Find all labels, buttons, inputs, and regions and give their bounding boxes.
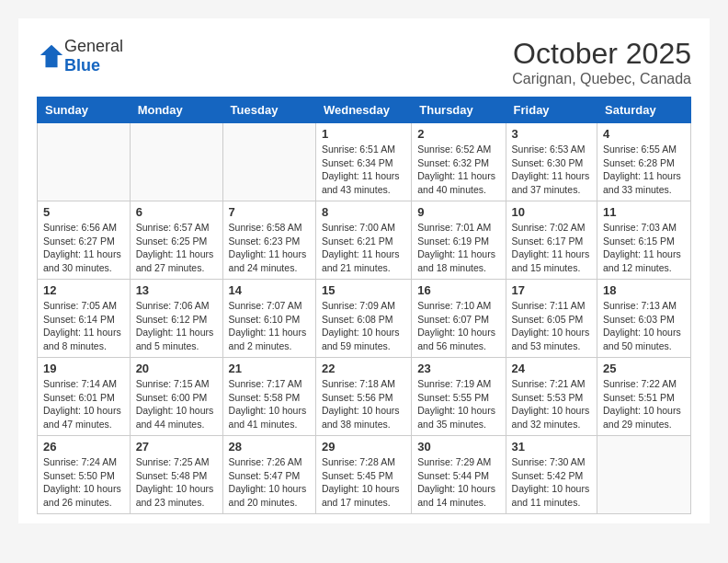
col-wednesday: Wednesday (315, 98, 411, 123)
logo-icon (39, 43, 64, 69)
day-info: Sunrise: 7:10 AM Sunset: 6:07 PM Dayligh… (417, 299, 499, 353)
day-cell-w2-d2: 6Sunrise: 6:57 AM Sunset: 6:25 PM Daylig… (130, 201, 222, 280)
day-number: 11 (603, 205, 685, 219)
day-info: Sunrise: 7:29 AM Sunset: 5:44 PM Dayligh… (417, 455, 499, 510)
day-info: Sunrise: 7:13 AM Sunset: 6:03 PM Dayligh… (603, 299, 685, 353)
day-cell-w2-d1: 5Sunrise: 6:56 AM Sunset: 6:27 PM Daylig… (38, 201, 131, 280)
day-number: 29 (322, 440, 405, 454)
day-cell-w2-d3: 7Sunrise: 6:58 AM Sunset: 6:23 PM Daylig… (222, 201, 315, 280)
day-cell-w2-d5: 9Sunrise: 7:01 AM Sunset: 6:19 PM Daylig… (412, 201, 506, 280)
day-info: Sunrise: 6:53 AM Sunset: 6:30 PM Dayligh… (512, 143, 591, 197)
day-cell-w1-d4: 1Sunrise: 6:51 AM Sunset: 6:34 PM Daylig… (315, 123, 411, 201)
day-cell-w1-d2 (130, 123, 222, 201)
col-monday: Monday (130, 98, 222, 123)
day-info: Sunrise: 7:07 AM Sunset: 6:10 PM Dayligh… (229, 299, 310, 353)
day-number: 12 (43, 283, 124, 297)
day-number: 1 (322, 127, 405, 141)
logo-blue: Blue (64, 56, 100, 75)
day-number: 20 (136, 362, 217, 375)
day-cell-w2-d7: 11Sunrise: 7:03 AM Sunset: 6:15 PM Dayli… (597, 201, 691, 280)
day-info: Sunrise: 7:15 AM Sunset: 6:00 PM Dayligh… (136, 377, 217, 431)
title-section: October 2025 Carignan, Quebec, Canada (512, 37, 691, 87)
day-info: Sunrise: 6:51 AM Sunset: 6:34 PM Dayligh… (322, 143, 405, 197)
day-info: Sunrise: 7:24 AM Sunset: 5:50 PM Dayligh… (43, 455, 124, 510)
day-number: 17 (512, 283, 591, 297)
day-number: 3 (512, 127, 591, 141)
day-cell-w1-d3 (222, 123, 315, 201)
day-cell-w1-d5: 2Sunrise: 6:52 AM Sunset: 6:32 PM Daylig… (412, 123, 506, 201)
day-cell-w4-d4: 22Sunrise: 7:18 AM Sunset: 5:56 PM Dayli… (315, 358, 411, 436)
day-cell-w2-d4: 8Sunrise: 7:00 AM Sunset: 6:21 PM Daylig… (315, 201, 411, 280)
week-row-3: 12Sunrise: 7:05 AM Sunset: 6:14 PM Dayli… (38, 280, 691, 358)
day-cell-w1-d1 (38, 123, 131, 201)
day-number: 7 (229, 205, 310, 219)
day-info: Sunrise: 6:57 AM Sunset: 6:25 PM Dayligh… (136, 221, 217, 275)
day-number: 30 (417, 440, 499, 454)
day-number: 23 (417, 362, 499, 375)
day-number: 4 (603, 127, 685, 141)
day-number: 22 (322, 362, 405, 375)
day-number: 19 (43, 362, 124, 375)
day-number: 2 (417, 127, 499, 141)
day-number: 25 (603, 362, 685, 375)
day-info: Sunrise: 7:11 AM Sunset: 6:05 PM Dayligh… (512, 299, 591, 353)
day-number: 18 (603, 283, 685, 297)
week-row-2: 5Sunrise: 6:56 AM Sunset: 6:27 PM Daylig… (38, 201, 691, 280)
logo: General Blue (37, 37, 123, 75)
day-number: 10 (512, 205, 591, 219)
day-number: 8 (322, 205, 405, 219)
day-cell-w3-d6: 17Sunrise: 7:11 AM Sunset: 6:05 PM Dayli… (506, 280, 597, 358)
day-cell-w4-d6: 24Sunrise: 7:21 AM Sunset: 5:53 PM Dayli… (506, 358, 597, 436)
day-cell-w5-d3: 28Sunrise: 7:26 AM Sunset: 5:47 PM Dayli… (222, 436, 315, 514)
header-row: Sunday Monday Tuesday Wednesday Thursday… (38, 98, 691, 123)
day-cell-w1-d7: 4Sunrise: 6:55 AM Sunset: 6:28 PM Daylig… (597, 123, 691, 201)
day-cell-w3-d5: 16Sunrise: 7:10 AM Sunset: 6:07 PM Dayli… (412, 280, 506, 358)
day-cell-w5-d1: 26Sunrise: 7:24 AM Sunset: 5:50 PM Dayli… (38, 436, 131, 514)
day-cell-w1-d6: 3Sunrise: 6:53 AM Sunset: 6:30 PM Daylig… (506, 123, 597, 201)
week-row-5: 26Sunrise: 7:24 AM Sunset: 5:50 PM Dayli… (38, 436, 691, 514)
day-info: Sunrise: 7:21 AM Sunset: 5:53 PM Dayligh… (512, 377, 591, 431)
day-info: Sunrise: 7:19 AM Sunset: 5:55 PM Dayligh… (417, 377, 499, 431)
day-number: 24 (512, 362, 591, 375)
calendar: Sunday Monday Tuesday Wednesday Thursday… (37, 97, 691, 514)
week-row-4: 19Sunrise: 7:14 AM Sunset: 6:01 PM Dayli… (38, 358, 691, 436)
day-info: Sunrise: 7:01 AM Sunset: 6:19 PM Dayligh… (417, 221, 499, 275)
day-cell-w4-d1: 19Sunrise: 7:14 AM Sunset: 6:01 PM Dayli… (38, 358, 131, 436)
week-row-1: 1Sunrise: 6:51 AM Sunset: 6:34 PM Daylig… (38, 123, 691, 201)
day-number: 21 (229, 362, 310, 375)
day-cell-w3-d3: 14Sunrise: 7:07 AM Sunset: 6:10 PM Dayli… (222, 280, 315, 358)
day-cell-w4-d5: 23Sunrise: 7:19 AM Sunset: 5:55 PM Dayli… (412, 358, 506, 436)
day-info: Sunrise: 7:30 AM Sunset: 5:42 PM Dayligh… (512, 455, 591, 510)
col-tuesday: Tuesday (222, 98, 315, 123)
col-thursday: Thursday (412, 98, 506, 123)
day-number: 16 (417, 283, 499, 297)
day-info: Sunrise: 7:03 AM Sunset: 6:15 PM Dayligh… (603, 221, 685, 275)
day-info: Sunrise: 7:26 AM Sunset: 5:47 PM Dayligh… (229, 455, 310, 510)
header: General Blue October 2025 Carignan, Queb… (37, 37, 691, 87)
day-info: Sunrise: 7:17 AM Sunset: 5:58 PM Dayligh… (229, 377, 310, 431)
location: Carignan, Quebec, Canada (512, 71, 691, 87)
day-number: 13 (136, 283, 217, 297)
day-info: Sunrise: 6:58 AM Sunset: 6:23 PM Dayligh… (229, 221, 310, 275)
day-cell-w5-d7 (597, 436, 691, 514)
day-cell-w3-d7: 18Sunrise: 7:13 AM Sunset: 6:03 PM Dayli… (597, 280, 691, 358)
day-info: Sunrise: 7:00 AM Sunset: 6:21 PM Dayligh… (322, 221, 405, 275)
logo-general: General (64, 37, 123, 55)
day-info: Sunrise: 7:22 AM Sunset: 5:51 PM Dayligh… (603, 377, 685, 431)
day-info: Sunrise: 6:52 AM Sunset: 6:32 PM Dayligh… (417, 143, 499, 197)
day-cell-w4-d2: 20Sunrise: 7:15 AM Sunset: 6:00 PM Dayli… (130, 358, 222, 436)
day-info: Sunrise: 7:18 AM Sunset: 5:56 PM Dayligh… (322, 377, 405, 431)
page: General Blue October 2025 Carignan, Queb… (18, 18, 710, 523)
day-number: 9 (417, 205, 499, 219)
day-info: Sunrise: 7:28 AM Sunset: 5:45 PM Dayligh… (322, 455, 405, 510)
day-info: Sunrise: 6:55 AM Sunset: 6:28 PM Dayligh… (603, 143, 685, 197)
day-cell-w3-d4: 15Sunrise: 7:09 AM Sunset: 6:08 PM Dayli… (315, 280, 411, 358)
day-cell-w5-d4: 29Sunrise: 7:28 AM Sunset: 5:45 PM Dayli… (315, 436, 411, 514)
day-cell-w4-d7: 25Sunrise: 7:22 AM Sunset: 5:51 PM Dayli… (597, 358, 691, 436)
day-number: 5 (43, 205, 124, 219)
day-number: 15 (322, 283, 405, 297)
day-info: Sunrise: 7:14 AM Sunset: 6:01 PM Dayligh… (43, 377, 124, 431)
svg-marker-0 (40, 45, 63, 67)
day-info: Sunrise: 7:06 AM Sunset: 6:12 PM Dayligh… (136, 299, 217, 353)
day-cell-w4-d3: 21Sunrise: 7:17 AM Sunset: 5:58 PM Dayli… (222, 358, 315, 436)
